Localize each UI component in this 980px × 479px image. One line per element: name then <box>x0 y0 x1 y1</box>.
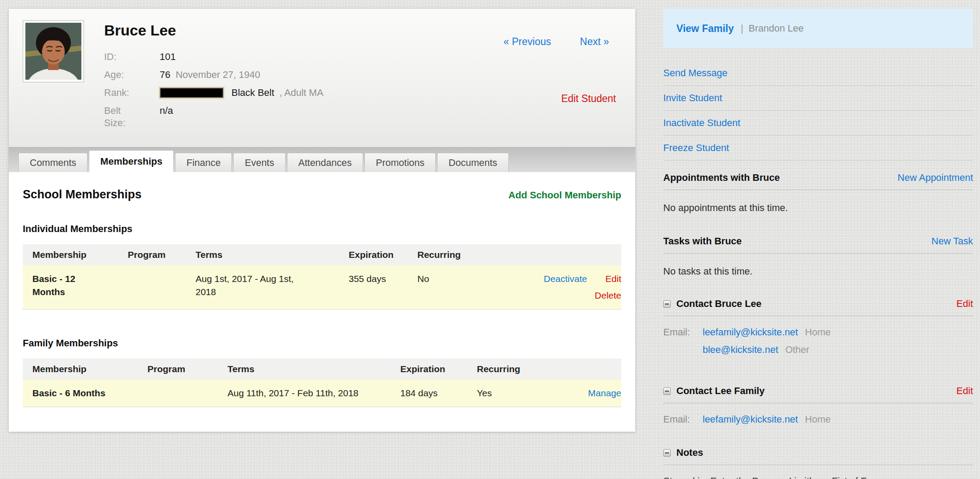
program-cell <box>128 265 196 310</box>
col-actions <box>483 244 621 265</box>
tasks-empty-text: No tasks at this time. <box>663 266 973 277</box>
email-label: Email: <box>663 414 703 431</box>
next-student-link[interactable]: Next » <box>580 36 609 48</box>
membership-row: Basic - 6 Months Aug 11th, 2017 - Feb 11… <box>23 380 621 407</box>
actions-cell: Deactivate Edit Delete <box>483 265 621 310</box>
detail-row-rank: Rank: Black Belt , Adult MA <box>104 87 323 99</box>
col-actions <box>542 359 621 380</box>
edit-membership-link[interactable]: Edit <box>606 274 621 284</box>
edit-student-link[interactable]: Edit Student <box>561 93 616 105</box>
birthdate-value: November 27, 1940 <box>175 69 260 81</box>
individual-memberships-table: Membership Program Terms Expiration Recu… <box>23 244 621 310</box>
freeze-student-link[interactable]: Freeze Student <box>663 136 973 161</box>
family-member-name: Brandon Lee <box>749 23 804 34</box>
deactivate-membership-link[interactable]: Deactivate <box>544 274 587 284</box>
actions-cell: Manage <box>542 380 621 407</box>
col-terms: Terms <box>228 359 400 380</box>
student-actions: Send Message Invite Student Inactivate S… <box>663 67 973 161</box>
profile-header: Bruce Lee ID: 101 Age: 76 November 27, 1… <box>9 9 635 147</box>
recurring-cell: Yes <box>477 380 542 407</box>
individual-memberships-heading: Individual Memberships <box>23 223 621 235</box>
tab-comments[interactable]: Comments <box>18 153 88 172</box>
email-label: Email: <box>663 327 703 362</box>
new-appointment-link[interactable]: New Appointment <box>898 172 973 183</box>
email-entry: leefamily@kicksite.net Home <box>703 414 831 425</box>
sidebar: View Family | Brandon Lee Send Message I… <box>663 9 973 479</box>
membership-name-cell: Basic - 6 Months <box>23 380 147 407</box>
col-membership: Membership <box>23 359 147 380</box>
contact-family-section: Contact Lee Family Edit Email: leefamily… <box>663 385 973 431</box>
terms-cell: Aug 11th, 2017 - Feb 11th, 2018 <box>228 380 400 407</box>
appointments-header: Appointments with Bruce New Appointment <box>663 172 973 190</box>
col-recurring: Recurring <box>417 244 483 265</box>
table-header-row: Membership Program Terms Expiration Recu… <box>23 359 621 380</box>
col-terms: Terms <box>196 244 349 265</box>
email-list: leefamily@kicksite.net Home <box>703 414 831 431</box>
col-program: Program <box>147 359 228 380</box>
view-family-box: View Family | Brandon Lee <box>663 9 973 48</box>
belt-size-label: Belt Size: <box>104 105 142 129</box>
email-address-link[interactable]: blee@kicksite.net <box>703 344 778 355</box>
collapse-icon[interactable] <box>663 449 671 457</box>
collapse-icon[interactable] <box>663 387 671 395</box>
col-expiration: Expiration <box>400 359 477 380</box>
email-row: Email: leefamily@kicksite.net Home blee@… <box>663 327 973 362</box>
notes-section: Notes Starred in: Enter the Dragon, Limi… <box>663 447 973 479</box>
student-card: Bruce Lee ID: 101 Age: 76 November 27, 1… <box>9 9 635 432</box>
previous-student-link[interactable]: « Previous <box>504 36 551 48</box>
manage-membership-link[interactable]: Manage <box>588 388 621 398</box>
email-address-link[interactable]: leefamily@kicksite.net <box>703 327 798 338</box>
tasks-header: Tasks with Bruce New Task <box>663 236 973 254</box>
add-school-membership-link[interactable]: Add School Membership <box>508 190 621 201</box>
expiration-cell: 184 days <box>400 380 477 407</box>
rank-value: Black Belt <box>231 87 274 99</box>
student-name: Bruce Lee <box>104 22 176 39</box>
id-value: 101 <box>160 51 176 63</box>
notes-title: Notes <box>676 447 973 458</box>
detail-row-belt-size: Belt Size: n/a <box>104 105 323 129</box>
belt-size-value: n/a <box>160 105 173 117</box>
delete-membership-link[interactable]: Delete <box>595 290 621 300</box>
email-entry: blee@kicksite.net Other <box>703 344 831 356</box>
view-family-link[interactable]: View Family <box>676 23 734 35</box>
email-row: Email: leefamily@kicksite.net Home <box>663 414 973 431</box>
age-value: 76 <box>160 69 170 81</box>
family-memberships-table: Membership Program Terms Expiration Recu… <box>23 359 621 407</box>
tab-events[interactable]: Events <box>233 153 285 172</box>
col-recurring: Recurring <box>477 359 542 380</box>
tab-memberships[interactable]: Memberships <box>89 150 174 172</box>
family-memberships-heading: Family Memberships <box>23 338 621 349</box>
col-expiration: Expiration <box>349 244 417 265</box>
membership-name-cell: Basic - 12 Months <box>23 265 128 310</box>
tab-attendances[interactable]: Attendances <box>287 153 363 172</box>
appointments-title: Appointments with Bruce <box>663 172 898 183</box>
edit-contact-family-link[interactable]: Edit <box>956 385 973 397</box>
invite-student-link[interactable]: Invite Student <box>663 86 973 111</box>
terms-cell: Aug 1st, 2017 - Aug 1st, 2018 <box>196 265 349 310</box>
page-title: School Memberships <box>23 188 142 201</box>
separator: | <box>741 23 743 34</box>
id-label: ID: <box>104 51 160 63</box>
contact-student-section: Contact Bruce Lee Edit Email: leefamily@… <box>663 298 973 362</box>
col-program: Program <box>128 244 196 265</box>
program-cell <box>147 380 228 407</box>
contact-student-title: Contact Bruce Lee <box>676 298 956 310</box>
student-photo <box>23 20 84 82</box>
new-task-link[interactable]: New Task <box>931 236 973 247</box>
inactivate-student-link[interactable]: Inactivate Student <box>663 111 973 136</box>
tab-bar: Comments Memberships Finance Events Atte… <box>9 147 635 172</box>
tasks-section: Tasks with Bruce New Task No tasks at th… <box>663 236 973 277</box>
expiration-cell: 355 days <box>349 265 417 310</box>
collapse-icon[interactable] <box>663 300 671 308</box>
email-type: Home <box>805 327 831 338</box>
contact-student-header: Contact Bruce Lee Edit <box>663 298 973 316</box>
age-label: Age: <box>104 69 160 81</box>
tab-promotions[interactable]: Promotions <box>364 153 436 172</box>
send-message-link[interactable]: Send Message <box>663 67 973 86</box>
tab-finance[interactable]: Finance <box>175 153 232 172</box>
edit-contact-student-link[interactable]: Edit <box>956 298 973 310</box>
rank-label: Rank: <box>104 87 160 99</box>
tab-documents[interactable]: Documents <box>437 153 508 172</box>
section-header: School Memberships Add School Membership <box>23 188 621 201</box>
email-address-link[interactable]: leefamily@kicksite.net <box>703 414 798 425</box>
